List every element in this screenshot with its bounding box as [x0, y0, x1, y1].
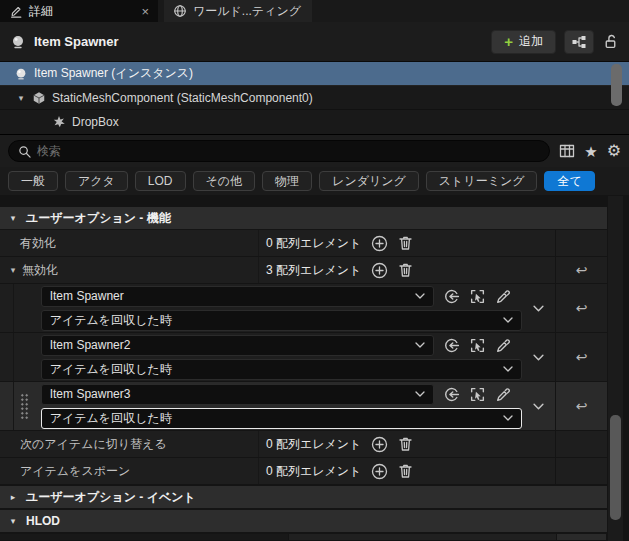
- chevron-down-icon: [415, 342, 425, 348]
- use-selected-icon[interactable]: [443, 337, 460, 354]
- section-hlod[interactable]: ▾ HLOD: [0, 510, 607, 532]
- array-element-row: Item Spawner2 アイテムを回収した時: [0, 333, 607, 381]
- tab-details[interactable]: 詳細 ×: [0, 0, 158, 22]
- revert-icon[interactable]: ↩: [576, 301, 588, 315]
- selected-actor-title: Item Spawner: [34, 34, 119, 49]
- add-element-icon[interactable]: [371, 463, 388, 480]
- filter-rendering[interactable]: レンダリング: [319, 171, 419, 191]
- row-index-gutter: [0, 333, 14, 381]
- event-dropdown[interactable]: アイテムを回収した時: [41, 359, 522, 380]
- revert-icon[interactable]: ↩: [576, 399, 588, 413]
- trash-icon[interactable]: [398, 436, 413, 452]
- filter-lod[interactable]: LOD: [135, 171, 186, 191]
- add-element-icon[interactable]: [371, 235, 388, 252]
- trash-icon[interactable]: [398, 262, 413, 278]
- filter-streaming[interactable]: ストリーミング: [426, 171, 538, 191]
- trash-icon[interactable]: [398, 235, 413, 251]
- expander-down-icon[interactable]: ▾: [16, 93, 26, 103]
- trash-icon[interactable]: [398, 463, 413, 479]
- add-element-icon[interactable]: [371, 262, 388, 279]
- drag-handle[interactable]: [14, 333, 36, 381]
- property-name: 有効化: [0, 230, 258, 256]
- edit-blueprint-button[interactable]: [564, 30, 594, 54]
- target-actor-dropdown[interactable]: Item Spawner3: [41, 384, 434, 405]
- expander-down-icon: ▾: [8, 213, 18, 223]
- globe-icon: [173, 4, 187, 18]
- tree-scrollbar-thumb[interactable]: [611, 64, 622, 106]
- event-dropdown[interactable]: アイテムを回収した時: [41, 310, 522, 331]
- scrollbar-thumb[interactable]: [610, 415, 621, 520]
- settings-gear-icon[interactable]: ⚙: [607, 143, 621, 159]
- use-selected-icon[interactable]: [443, 386, 460, 403]
- use-selected-icon[interactable]: [443, 288, 460, 305]
- filter-all[interactable]: 全て: [544, 171, 594, 191]
- add-element-icon[interactable]: [371, 436, 388, 453]
- array-count-label: 0 配列エレメント: [266, 436, 361, 453]
- array-count-label: 3 配列エレメント: [266, 262, 361, 279]
- element-expander[interactable]: [522, 284, 556, 332]
- expander-down-icon[interactable]: ▾: [8, 265, 18, 275]
- chevron-down-icon: [503, 317, 513, 323]
- component-tree: Item Spawner (インスタンス) ▾ StaticMeshCompon…: [0, 62, 629, 135]
- actor-orb-icon: [10, 34, 26, 50]
- close-icon[interactable]: ×: [141, 5, 149, 18]
- property-name: 次のアイテムに切り替える: [0, 431, 258, 457]
- section-user-options-features[interactable]: ▾ ユーザーオプション - 機能: [0, 207, 607, 229]
- display-filter-icon[interactable]: [559, 143, 575, 159]
- revert-icon[interactable]: ↩: [576, 350, 588, 364]
- target-actor-dropdown[interactable]: Item Spawner: [41, 286, 434, 307]
- tree-root-label: Item Spawner (インスタンス): [34, 65, 193, 82]
- filter-actor[interactable]: アクタ: [65, 171, 128, 191]
- chevron-down-icon: [503, 366, 513, 372]
- eyedropper-icon[interactable]: [495, 288, 512, 305]
- blueprint-graph-icon: [571, 34, 587, 50]
- filter-misc[interactable]: その他: [193, 171, 256, 191]
- section-hlod-label: HLOD: [26, 514, 60, 528]
- chevron-down-icon: [415, 293, 425, 299]
- tree-row-staticmesh[interactable]: ▾ StaticMeshComponent (StaticMeshCompone…: [0, 86, 629, 110]
- chevron-down-icon: [503, 415, 513, 421]
- tree-row-dropbox[interactable]: DropBox: [0, 110, 629, 134]
- tree-row-root[interactable]: Item Spawner (インスタンス): [0, 62, 629, 86]
- favorites-star-icon[interactable]: ★: [584, 144, 597, 159]
- event-dropdown[interactable]: アイテムを回収した時: [41, 408, 522, 429]
- eyedropper-icon[interactable]: [495, 386, 512, 403]
- target-actor-dropdown[interactable]: Item Spawner2: [41, 335, 434, 356]
- property-row-spawn: アイテムをスポーン 0 配列エレメント: [0, 458, 607, 484]
- eyedropper-icon[interactable]: [495, 337, 512, 354]
- section-user-options-events[interactable]: ▸ ユーザーオプション - イベント: [0, 486, 607, 508]
- drag-handle[interactable]: [14, 382, 36, 430]
- property-row-enabled: 有効化 0 配列エレメント: [0, 230, 607, 256]
- clipped-bottom-row: [0, 534, 607, 540]
- section-events-label: ユーザーオプション - イベント: [26, 489, 196, 506]
- row-index-gutter: [0, 284, 14, 332]
- pencil-icon: [9, 4, 23, 18]
- array-count-label: 0 配列エレメント: [266, 235, 361, 252]
- tab-world-settings[interactable]: ワールド...ティング: [164, 0, 312, 22]
- cube-icon: [32, 91, 46, 105]
- search-input[interactable]: 検索: [8, 140, 550, 162]
- tab-details-label: 詳細: [29, 3, 53, 20]
- pick-object-icon[interactable]: [469, 337, 486, 354]
- revert-icon[interactable]: ↩: [576, 263, 588, 277]
- tab-bar: 詳細 × ワールド...ティング: [0, 0, 629, 22]
- element-expander[interactable]: [522, 333, 556, 381]
- pick-object-icon[interactable]: [469, 386, 486, 403]
- filter-general[interactable]: 一般: [8, 171, 58, 191]
- plus-icon: +: [504, 34, 513, 49]
- pick-object-icon[interactable]: [469, 288, 486, 305]
- drag-handle[interactable]: [14, 284, 36, 332]
- property-row-disabled: ▾ 無効化 3 配列エレメント ↩: [0, 257, 607, 283]
- add-component-button[interactable]: + 追加: [491, 30, 556, 54]
- tree-dropbox-label: DropBox: [72, 115, 119, 129]
- array-element-row: Item Spawner アイテムを回収した時: [0, 284, 607, 332]
- category-filter-row: 一般 アクタ LOD その他 物理 レンダリング ストリーミング 全て: [0, 167, 629, 195]
- array-count-label: 0 配列エレメント: [266, 463, 361, 480]
- property-grid: ▾ ユーザーオプション - 機能 有効化 0 配列エレメント ▾ 無効化 3 配…: [0, 195, 629, 540]
- expander-right-icon: ▸: [8, 492, 18, 502]
- lock-open-icon[interactable]: [602, 33, 619, 50]
- element-expander[interactable]: [522, 382, 556, 430]
- filter-physics[interactable]: 物理: [262, 171, 312, 191]
- expander-down-icon: ▾: [8, 516, 18, 526]
- drag-dots-icon: [20, 393, 29, 419]
